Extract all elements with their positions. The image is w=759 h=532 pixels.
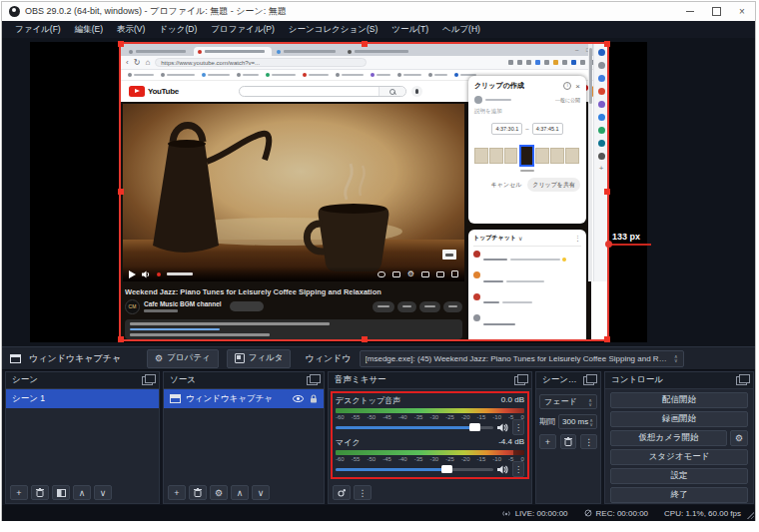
sidebar-add-icon[interactable]: + [599,166,604,172]
start-recording-button[interactable]: 録画開始 [610,411,748,427]
exit-button[interactable]: 終了 [610,487,748,503]
add-transition-button[interactable]: + [539,434,556,449]
scene-filters-button[interactable] [52,485,70,500]
clip-button[interactable] [419,301,440,312]
video-player[interactable]: ⚙ [123,104,464,281]
advanced-audio-button[interactable] [333,485,351,500]
remove-transition-button[interactable] [560,434,577,449]
volume-slider[interactable] [336,426,493,429]
controls-header[interactable]: コントロール [605,372,753,389]
sidebar-app-icon[interactable] [598,153,605,160]
youtube-wordmark[interactable]: YouTube [148,87,179,96]
video-description-box[interactable] [125,319,462,339]
clip-filmstrip[interactable] [474,144,580,168]
virtual-camera-settings-button[interactable]: ⚙ [730,430,748,446]
extension-icon[interactable] [526,60,531,65]
clip-share-button[interactable]: クリップを共有 [527,178,580,192]
volume-slider-handle[interactable] [469,423,480,431]
search-button[interactable] [379,87,405,96]
clip-end-time[interactable]: 4:37:45.1 [532,123,563,135]
scenes-header[interactable]: シーン [6,372,159,389]
extension-icon[interactable] [580,60,585,65]
clip-description-hint[interactable]: 説明を追加 [474,108,580,115]
sidebar-app-icon[interactable] [598,114,605,121]
minimize-button[interactable] [677,2,703,21]
filmstrip-selection[interactable] [519,145,534,167]
channel-avatar[interactable]: CM [125,299,140,314]
browser-tab-2[interactable] [194,47,272,56]
move-scene-down-button[interactable]: ∨ [94,485,112,500]
sidebar-app-icon[interactable] [598,101,605,108]
speaker-icon[interactable] [497,423,508,432]
volume-slider-handle[interactable] [441,465,452,473]
sidebar-app-icon[interactable] [598,127,605,134]
like-button[interactable] [373,301,394,312]
extension-icon[interactable] [517,60,522,65]
bookmark-item[interactable] [336,73,364,77]
home-icon[interactable]: ⌂ [145,58,150,67]
lock-icon[interactable] [310,394,318,403]
dock-popout-icon[interactable] [142,376,153,385]
dock-popout-icon[interactable] [307,376,318,385]
move-source-up-button[interactable]: ∧ [231,485,249,500]
visibility-eye-icon[interactable] [293,395,304,402]
channel-name[interactable]: Cafe Music BGM channel [144,300,222,307]
add-source-button[interactable]: + [168,485,186,500]
bookmark-item[interactable] [237,73,259,77]
settings-gear-icon[interactable]: ⚙ [407,271,414,277]
subscribe-button[interactable] [230,301,264,311]
refresh-icon[interactable]: ↻ [134,58,141,67]
browser-tab-3[interactable] [273,47,343,56]
source-properties-button[interactable]: ⚙ [210,485,228,500]
filters-button[interactable]: フィルタ [227,349,292,368]
menu-item-file[interactable]: ファイル(F) [8,24,68,36]
channel-options-button[interactable]: ⋮ [512,419,524,435]
play-icon[interactable] [129,270,136,278]
bookmark-item[interactable] [371,73,390,77]
address-bar[interactable]: https://www.youtube.com/watch?v=... [155,58,367,67]
back-icon[interactable]: ‹ [126,58,129,67]
menu-item-help[interactable]: ヘルプ(H) [435,24,487,36]
extension-icon[interactable] [562,60,567,65]
sidebar-app-icon[interactable] [598,140,605,147]
menu-item-tools[interactable]: ツール(T) [384,24,435,36]
move-source-down-button[interactable]: ∨ [252,485,270,500]
menu-item-dock[interactable]: ドック(D) [152,24,204,36]
sidebar-app-icon[interactable] [598,49,605,56]
browser-tab-1[interactable] [125,47,193,56]
duration-input[interactable]: 300 ms ∧∨ [558,414,597,429]
volume-icon[interactable] [142,270,151,278]
extension-icon[interactable] [544,60,549,65]
chevron-down-icon[interactable]: ∨ [518,235,522,242]
extension-icon[interactable] [571,60,576,65]
voice-search-button[interactable] [411,86,422,97]
sources-header[interactable]: ソース [164,372,324,389]
dock-popout-icon[interactable] [736,376,747,385]
dock-popout-icon[interactable] [583,376,594,385]
volume-slider[interactable] [336,468,493,471]
transitions-header[interactable]: シーントランジション [536,372,600,389]
studio-mode-button[interactable]: スタジオモード [610,449,748,465]
menu-item-view[interactable]: 表示(V) [110,24,152,36]
scrollbar-thumb[interactable] [589,48,592,104]
close-button[interactable]: × [729,2,755,21]
start-streaming-button[interactable]: 配信開始 [610,392,748,408]
menu-item-edit[interactable]: 編集(E) [68,24,110,36]
bookmark-item[interactable] [303,73,329,77]
clip-start-time[interactable]: 4:37:30.1 [491,123,522,135]
properties-button[interactable]: ⚙ プロパティ [147,349,219,368]
window-select-dropdown[interactable]: [msedge.exe]: (45) Weekend Jazz: Piano T… [360,350,684,367]
extension-icon[interactable] [508,60,513,65]
move-scene-up-button[interactable]: ∧ [73,485,91,500]
share-button[interactable] [397,301,416,312]
clip-close-icon[interactable]: × [575,83,580,90]
menu-item-profile[interactable]: プロファイル(P) [204,24,282,36]
theater-mode-icon[interactable] [436,271,444,277]
extension-icon[interactable] [535,60,540,65]
menu-item-scene-collection[interactable]: シーンコレクション(S) [282,24,384,36]
maximize-button[interactable] [703,2,729,21]
transition-options-button[interactable]: ⋮ [580,434,597,449]
transition-type-select[interactable]: フェード ∧∨ [539,394,597,409]
source-item-window-capture[interactable]: ウィンドウキャプチャ [164,389,324,408]
remove-source-button[interactable] [189,485,207,500]
